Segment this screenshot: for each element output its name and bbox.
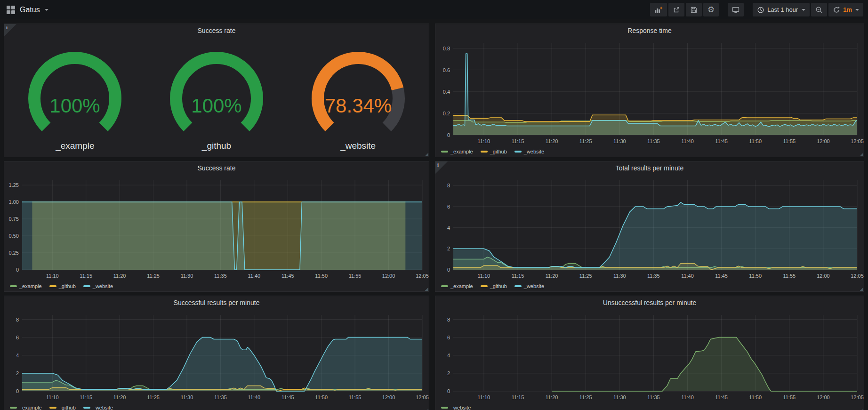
svg-text:11:20: 11:20: [113, 273, 126, 279]
cycle-view-button[interactable]: [728, 3, 744, 16]
legend-label: _website: [450, 405, 471, 410]
svg-text:0: 0: [447, 388, 450, 394]
svg-text:11:40: 11:40: [681, 273, 694, 279]
legend-item-_website[interactable]: _website: [514, 283, 544, 289]
dashboard-grid-icon[interactable]: [7, 6, 15, 14]
legend-label: _github: [490, 149, 507, 154]
success-rate-chart[interactable]: 00.250.500.751.001.2511:1011:1511:2011:2…: [4, 175, 429, 291]
svg-text:0: 0: [447, 132, 450, 138]
svg-text:11:15: 11:15: [512, 138, 524, 144]
dashboard-title[interactable]: Gatus: [20, 6, 40, 14]
svg-text:11:20: 11:20: [546, 138, 558, 144]
svg-text:12:00: 12:00: [817, 273, 830, 279]
svg-text:11:15: 11:15: [512, 394, 524, 400]
legend-label: _example: [450, 283, 473, 289]
svg-text:6: 6: [16, 335, 19, 340]
panel-title[interactable]: Success rate: [4, 24, 429, 37]
svg-text:12:05: 12:05: [416, 394, 429, 400]
add-panel-button[interactable]: [650, 3, 667, 16]
panel-title[interactable]: Response time: [435, 24, 864, 37]
svg-text:8: 8: [447, 317, 450, 322]
svg-text:11:50: 11:50: [315, 394, 328, 400]
panel-success-rate-graph: Success rate 00.250.500.751.001.2511:101…: [4, 161, 429, 292]
panel-info-icon[interactable]: i: [435, 161, 448, 174]
svg-text:1.25: 1.25: [9, 182, 19, 188]
legend-label: _example: [450, 149, 473, 154]
legend-item-_example[interactable]: _example: [10, 405, 42, 410]
legend-item-_example[interactable]: _example: [441, 283, 473, 289]
chevron-down-icon: [802, 9, 805, 11]
zoom-out-icon: [815, 6, 823, 14]
share-button[interactable]: [668, 3, 684, 16]
legend-swatch: [481, 151, 488, 153]
svg-text:11:35: 11:35: [214, 394, 227, 400]
legend-item-_github[interactable]: _github: [49, 405, 76, 410]
panel-resize-handle[interactable]: [860, 153, 863, 156]
refresh-interval-label: 1m: [843, 6, 852, 13]
legend-swatch: [83, 407, 90, 409]
legend-swatch: [514, 285, 522, 287]
gauge-_example: 100%_example: [4, 43, 146, 151]
svg-text:11:35: 11:35: [647, 273, 660, 279]
unsuccessful-results-chart[interactable]: 0246811:1011:1511:2011:2511:3011:3511:40…: [435, 309, 864, 410]
legend-item-_website[interactable]: _website: [441, 405, 471, 410]
time-range-label: Last 1 hour: [767, 6, 798, 13]
svg-text:4: 4: [447, 353, 450, 358]
panel-info-icon[interactable]: i: [4, 24, 16, 36]
chart-legend: _example_github_website: [10, 283, 113, 289]
svg-text:78.34%: 78.34%: [324, 95, 391, 117]
successful-results-chart[interactable]: 0246811:1011:1511:2011:2511:3011:3511:40…: [4, 309, 429, 410]
legend-swatch: [10, 407, 17, 409]
legend-item-_github[interactable]: _github: [49, 283, 76, 289]
svg-text:11:20: 11:20: [113, 394, 126, 400]
svg-text:8: 8: [447, 183, 450, 188]
clock-icon: [757, 6, 764, 14]
svg-text:100%: 100%: [191, 95, 241, 117]
panel-title[interactable]: Unsuccessful results per minute: [435, 296, 864, 309]
panel-resize-handle[interactable]: [425, 287, 428, 291]
settings-button[interactable]: ⚙: [703, 3, 719, 16]
legend-item-_github[interactable]: _github: [481, 149, 507, 154]
total-results-chart[interactable]: 0246811:1011:1511:2011:2511:3011:3511:40…: [435, 175, 864, 291]
svg-text:0: 0: [16, 388, 19, 394]
save-icon: [690, 6, 698, 14]
legend-swatch: [49, 407, 56, 409]
legend-item-_website[interactable]: _website: [83, 283, 113, 289]
svg-text:12:05: 12:05: [851, 273, 864, 279]
legend-swatch: [481, 285, 488, 287]
svg-text:0.75: 0.75: [9, 216, 19, 222]
chart-legend: _example_github_website: [10, 405, 113, 410]
panel-title[interactable]: Successful results per minute: [4, 296, 429, 309]
svg-text:0.50: 0.50: [9, 233, 19, 239]
svg-text:11:15: 11:15: [512, 273, 524, 279]
legend-item-_github[interactable]: _github: [481, 283, 507, 289]
refresh-button[interactable]: 1m: [828, 3, 863, 16]
bar-chart-plus-icon: [654, 6, 663, 14]
gauge-label: _website: [287, 141, 429, 151]
svg-text:0.6: 0.6: [443, 67, 450, 73]
svg-text:11:50: 11:50: [315, 273, 328, 279]
svg-text:4: 4: [447, 225, 450, 231]
legend-item-_website[interactable]: _website: [83, 405, 113, 410]
zoom-out-button[interactable]: [811, 3, 827, 16]
legend-swatch: [514, 151, 522, 153]
response-time-chart[interactable]: 00.20.40.60.811:1011:1511:2011:2511:3011…: [435, 37, 864, 157]
legend-item-_website[interactable]: _website: [514, 149, 544, 154]
svg-text:11:55: 11:55: [783, 138, 796, 144]
svg-text:8: 8: [16, 317, 19, 322]
legend-swatch: [49, 285, 56, 287]
svg-text:0.25: 0.25: [9, 250, 19, 256]
panel-resize-handle[interactable]: [425, 153, 428, 156]
legend-item-_example[interactable]: _example: [441, 149, 473, 154]
time-range-button[interactable]: Last 1 hour: [753, 3, 810, 16]
panel-successful-results: Successful results per minute 0246811:10…: [4, 296, 429, 410]
legend-item-_example[interactable]: _example: [10, 283, 42, 289]
panel-title[interactable]: Total results per minute: [435, 161, 864, 175]
save-button[interactable]: [686, 3, 702, 16]
panel-title[interactable]: Success rate: [4, 161, 429, 175]
legend-label: _website: [524, 283, 544, 289]
svg-text:11:30: 11:30: [181, 394, 193, 400]
panel-total-results: i Total results per minute 0246811:1011:…: [435, 161, 864, 292]
panel-resize-handle[interactable]: [860, 287, 863, 291]
chevron-down-icon[interactable]: [45, 9, 48, 11]
